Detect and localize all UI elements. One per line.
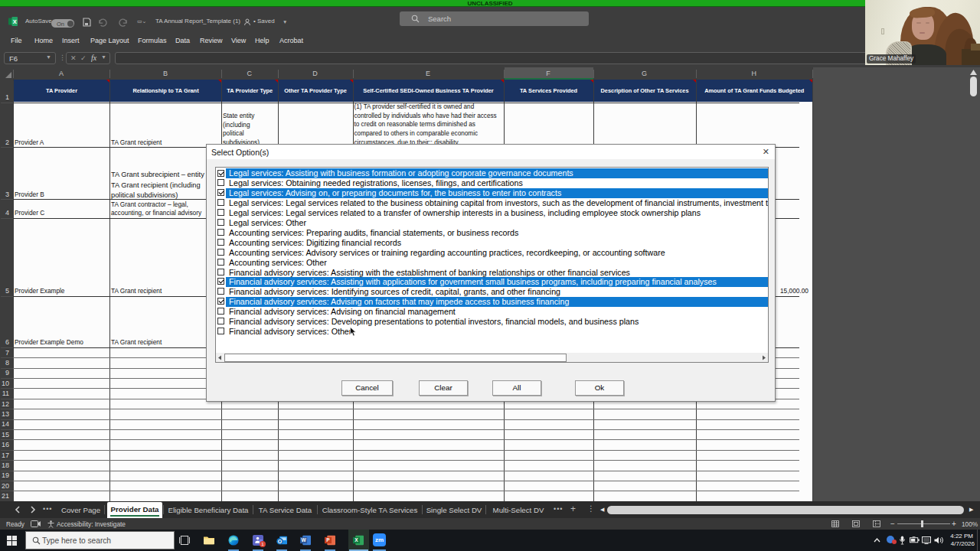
svg-text:P: P xyxy=(326,537,330,543)
svg-text:X: X xyxy=(13,18,17,25)
svg-text:W: W xyxy=(301,537,306,543)
svg-text:X: X xyxy=(354,537,358,543)
svg-text:O: O xyxy=(278,539,283,544)
